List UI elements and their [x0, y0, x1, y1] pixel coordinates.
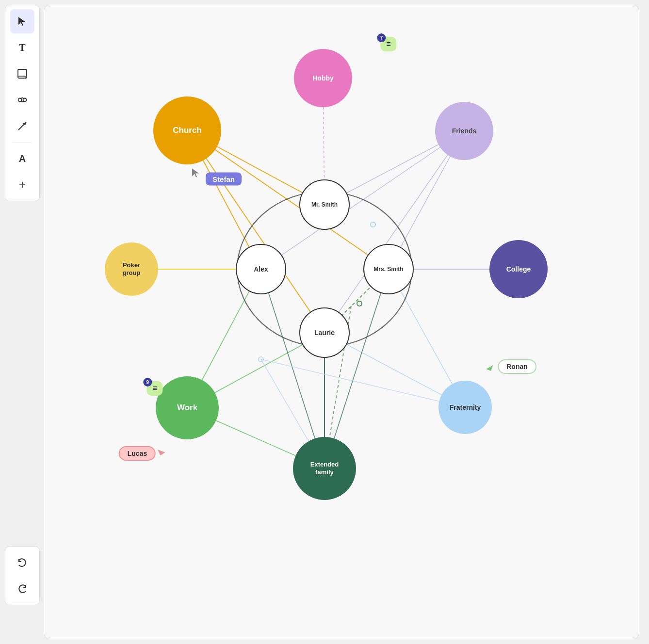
svg-marker-0	[18, 17, 25, 26]
svg-marker-36	[486, 365, 493, 371]
toolbar: T A +	[5, 5, 40, 201]
undo-button[interactable]	[10, 550, 34, 575]
work-node[interactable]: Work	[156, 376, 219, 439]
mr-smith-node[interactable]: Mr. Smith	[299, 179, 350, 230]
svg-point-34	[259, 357, 263, 362]
svg-point-4	[18, 98, 22, 102]
network-canvas[interactable]: Hobby Church Friends College Fraternity …	[44, 5, 639, 639]
church-node[interactable]: Church	[153, 97, 221, 164]
hobby-notification[interactable]: 7 ≡	[380, 37, 396, 51]
svg-line-15	[261, 131, 464, 269]
arrow-tool[interactable]	[10, 114, 34, 138]
alex-node[interactable]: Alex	[236, 244, 286, 294]
poker-group-node[interactable]: Pokergroup	[105, 242, 158, 296]
extended-family-node[interactable]: Extendedfamily	[293, 437, 356, 500]
svg-line-11	[187, 130, 324, 333]
svg-point-33	[357, 301, 362, 306]
svg-marker-35	[192, 169, 199, 177]
hobby-node[interactable]: Hobby	[294, 49, 352, 107]
svg-point-5	[23, 98, 27, 102]
select-tool[interactable]	[10, 9, 34, 33]
friends-node[interactable]: Friends	[435, 102, 493, 160]
svg-line-16	[324, 131, 464, 333]
svg-line-10	[187, 130, 389, 269]
svg-marker-37	[158, 450, 165, 455]
undo-redo-panel	[5, 546, 40, 605]
link-tool[interactable]	[10, 88, 34, 112]
font-tool[interactable]: A	[10, 146, 34, 171]
work-notification[interactable]: 9 ≡	[146, 381, 162, 396]
sticky-tool[interactable]	[10, 62, 34, 86]
redo-button[interactable]	[10, 577, 34, 601]
add-tool[interactable]: +	[10, 173, 34, 197]
ronan-label[interactable]: Ronan	[498, 359, 536, 374]
college-node[interactable]: College	[489, 240, 548, 298]
svg-point-32	[371, 222, 375, 227]
mrs-smith-node[interactable]: Mrs. Smith	[363, 244, 414, 294]
fraternity-node[interactable]: Fraternity	[438, 381, 492, 434]
toolbar-divider	[13, 142, 32, 143]
stefan-label[interactable]: Stefan	[206, 173, 242, 186]
text-tool[interactable]: T	[10, 35, 34, 60]
lucas-label[interactable]: Lucas	[119, 446, 156, 461]
svg-line-28	[261, 359, 465, 407]
laurie-node[interactable]: Laurie	[299, 307, 350, 358]
